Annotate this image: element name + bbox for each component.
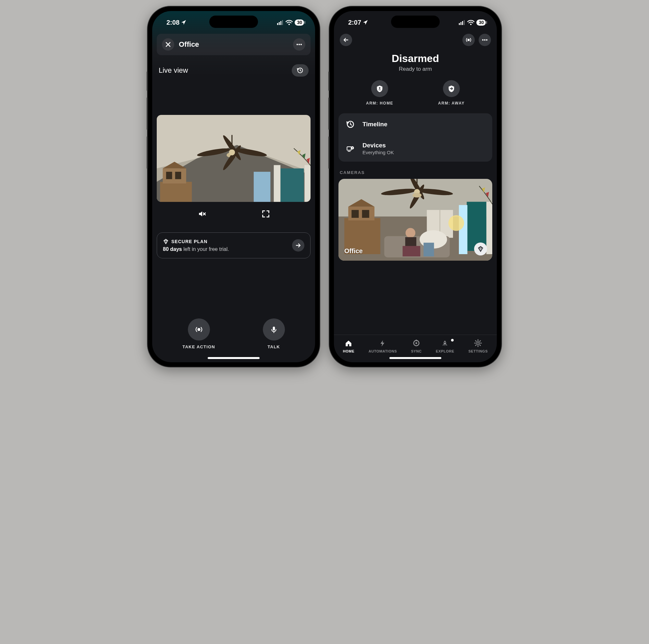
take-action-label: TAKE ACTION xyxy=(182,344,215,349)
tab-settings[interactable]: SETTINGS xyxy=(468,339,488,353)
close-button[interactable] xyxy=(162,38,174,51)
fullscreen-button[interactable] xyxy=(262,210,270,218)
devices-item[interactable]: Devices Everything OK xyxy=(339,135,492,162)
rocket-icon xyxy=(441,340,449,347)
phone-left: 2:08 30 Office Live view xyxy=(148,6,320,367)
siren-icon xyxy=(465,37,472,43)
close-icon xyxy=(165,41,171,48)
mute-icon xyxy=(197,210,206,218)
talk-button[interactable] xyxy=(263,318,285,341)
back-button[interactable] xyxy=(340,34,352,46)
more-button[interactable] xyxy=(479,34,491,46)
diamond-icon xyxy=(163,239,169,245)
devices-label: Devices xyxy=(362,142,394,149)
fullscreen-icon xyxy=(262,210,270,218)
alarm-status-title: Disarmed xyxy=(334,53,497,65)
tab-sync[interactable]: SYNC xyxy=(411,339,422,353)
status-time: 2:08 xyxy=(167,19,179,26)
battery-indicator: 30 xyxy=(476,19,486,26)
home-indicator[interactable] xyxy=(389,357,441,359)
location-icon xyxy=(181,19,186,25)
signal-icon xyxy=(277,20,284,25)
timeline-item[interactable]: Timeline xyxy=(339,113,492,135)
shield-person-icon xyxy=(376,85,384,92)
live-video[interactable] xyxy=(157,115,310,202)
status-time: 2:07 xyxy=(348,19,361,26)
arm-home-label: ARM: HOME xyxy=(366,101,393,105)
plan-arrow-button[interactable] xyxy=(292,239,304,252)
cameras-section-label: CAMERAS xyxy=(340,170,491,175)
devices-sub: Everything OK xyxy=(362,149,394,155)
secure-plan-card[interactable]: SECURE PLAN 80 days left in your free tr… xyxy=(157,232,310,258)
camera-card-label: Office xyxy=(344,247,363,255)
gear-icon xyxy=(474,339,482,347)
timeline-label: Timeline xyxy=(362,121,387,128)
home-icon xyxy=(344,340,353,347)
talk-label: TALK xyxy=(267,344,280,349)
battery-indicator: 30 xyxy=(295,19,304,26)
dots-icon xyxy=(296,41,302,48)
location-icon xyxy=(362,19,368,25)
plan-title: SECURE PLAN xyxy=(171,239,207,244)
take-action-button[interactable] xyxy=(188,318,210,341)
wifi-icon xyxy=(286,19,293,25)
siren-button[interactable] xyxy=(463,34,475,46)
arm-home-button[interactable] xyxy=(371,80,388,97)
shield-arrow-icon xyxy=(447,85,455,92)
siren-icon xyxy=(195,325,203,334)
camera-plan-badge[interactable] xyxy=(474,243,487,255)
signal-icon xyxy=(459,20,465,25)
arrow-right-icon xyxy=(295,242,301,249)
arrow-left-icon xyxy=(343,37,349,43)
alarm-status: Disarmed Ready to arm xyxy=(334,53,497,72)
wifi-icon xyxy=(467,19,474,25)
devices-icon xyxy=(346,144,355,153)
plan-subtitle: 80 days left in your free trial. xyxy=(163,246,288,252)
mic-icon xyxy=(270,326,277,333)
more-button[interactable] xyxy=(293,38,305,51)
camera-header: Office xyxy=(157,34,310,55)
mute-button[interactable] xyxy=(197,210,206,218)
dynamic-island xyxy=(209,15,258,28)
arm-away-label: ARM: AWAY xyxy=(438,101,465,105)
history-button[interactable] xyxy=(292,64,309,77)
arm-away-button[interactable] xyxy=(443,80,460,97)
alarm-status-subtitle: Ready to arm xyxy=(334,66,497,72)
tab-home[interactable]: HOME xyxy=(343,340,354,353)
history-icon xyxy=(296,67,304,74)
menu-card: Timeline Devices Everything OK xyxy=(339,113,492,162)
camera-title: Office xyxy=(179,40,289,49)
bolt-icon xyxy=(379,340,387,347)
live-view-label: Live view xyxy=(159,66,188,75)
dynamic-island xyxy=(391,15,440,28)
camera-preview-image xyxy=(157,115,310,202)
history-icon xyxy=(346,120,355,129)
sync-icon xyxy=(412,339,421,347)
phone-right: 2:07 30 Disarmed Ready to arm ARM: H xyxy=(329,6,501,367)
dots-icon xyxy=(482,37,488,43)
notification-dot xyxy=(451,339,453,341)
diamond-icon xyxy=(477,246,484,252)
camera-card-office[interactable]: Office xyxy=(339,179,492,261)
tab-explore[interactable]: EXPLORE xyxy=(436,340,454,353)
home-indicator[interactable] xyxy=(208,357,260,359)
tab-automations[interactable]: AUTOMATIONS xyxy=(369,340,397,353)
